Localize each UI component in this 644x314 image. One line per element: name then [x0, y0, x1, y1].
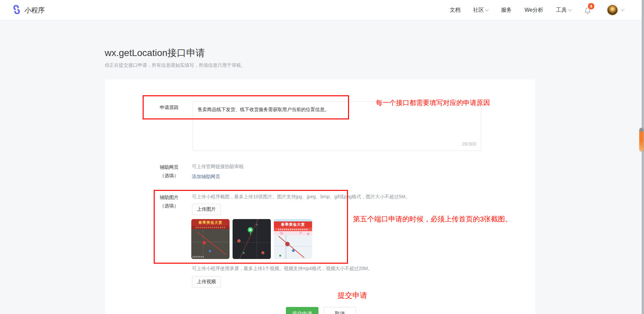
- webpage-hint: 可上传官网链接协助审核: [192, 164, 244, 170]
- thumb1-route-line: [197, 232, 227, 255]
- add-webpage-link[interactable]: 添加辅助网页: [192, 174, 220, 180]
- top-header: 小程序 文档 社区 服务 We分析 工具: [0, 0, 644, 20]
- images-optional-text: （选填）: [158, 202, 180, 210]
- scroll-indicator-orange[interactable]: [639, 128, 643, 151]
- thumb1-marker-red: [202, 241, 206, 245]
- video-hint: 可上传小程序使用录屏，最多上传1个视频。视频支持mp4格式，视频大小不超过20M…: [192, 266, 373, 272]
- nav-item-community[interactable]: 社区: [473, 7, 488, 14]
- screenshot-thumbnail-3[interactable]: 春季美妆大赏: [274, 219, 312, 259]
- miniprogram-logo-icon: [12, 5, 21, 15]
- webpage-optional-text: （选填）: [158, 171, 180, 180]
- webpage-label-text: 辅助网页: [158, 163, 180, 171]
- nav-item-services[interactable]: 服务: [501, 7, 512, 14]
- nav-we-analytics-label: We分析: [525, 7, 543, 14]
- top-nav: 文档 社区 服务 We分析 工具 4: [450, 0, 624, 20]
- page-canvas: 小程序 文档 社区 服务 We分析 工具: [0, 0, 644, 314]
- nav-item-we-analytics[interactable]: We分析: [525, 7, 543, 14]
- notification-bell[interactable]: 4: [584, 5, 594, 15]
- nav-docs-label: 文档: [450, 7, 460, 14]
- images-label: 辅助图片 （选填）: [158, 193, 180, 210]
- chevron-down-icon: [485, 7, 489, 11]
- thumb2-marker-green-small: [243, 252, 245, 254]
- reason-label-text: 申请原因: [160, 105, 179, 110]
- logo-label: 小程序: [24, 6, 45, 15]
- account-menu[interactable]: [607, 4, 624, 16]
- nav-community-label: 社区: [473, 7, 484, 14]
- thumb1-subbanner: [191, 226, 230, 229]
- chevron-down-icon: [621, 7, 624, 11]
- thumb2-marker-red-2: [261, 251, 264, 254]
- annotation-reason-note: 每一个接口都需要填写对应的申请原因: [376, 98, 490, 107]
- reason-char-counter: 28/300: [462, 141, 476, 147]
- screenshot-thumbnail-1[interactable]: 春季美妆大赏: [191, 219, 230, 259]
- scrollbar[interactable]: [642, 0, 644, 314]
- thumb3-marker-green: [279, 255, 281, 257]
- notification-badge: 4: [588, 3, 595, 10]
- screenshot-thumbnail-2[interactable]: [233, 219, 271, 259]
- nav-tools-label: 工具: [556, 7, 567, 14]
- thumb1-map: [191, 229, 230, 259]
- upload-image-button[interactable]: 上传图片: [192, 204, 221, 215]
- thumb3-route-line: [278, 236, 304, 258]
- thumb3-marker-blue: [292, 249, 295, 252]
- thumb3-sky: [274, 219, 312, 221]
- webpage-label: 辅助网页 （选填）: [158, 163, 180, 180]
- images-hint: 可上传小程序截图，最多上传10张图片。图片支持jpg、jpeg、bmp、gif或…: [192, 194, 410, 200]
- thumb3-marker-red: [285, 242, 290, 246]
- avatar: [607, 4, 618, 16]
- reason-textarea-wrap: 售卖商品线下发货、线下收货服务需获取用户当前的位置信息。 28/300: [193, 101, 481, 151]
- reason-label: 申请原因: [158, 103, 180, 112]
- submit-button[interactable]: 提交申请: [286, 307, 318, 314]
- thumb2-marker-red-1: [237, 239, 241, 243]
- upload-video-button[interactable]: 上传视频: [192, 276, 221, 287]
- thumb2-marker-gray: [256, 224, 258, 225]
- nav-item-docs[interactable]: 文档: [450, 7, 460, 14]
- thumb2-map: [233, 219, 271, 259]
- images-label-text: 辅助图片: [158, 193, 180, 202]
- nav-item-tools[interactable]: 工具: [556, 7, 571, 14]
- reason-textarea[interactable]: 售卖商品线下发货、线下收货服务需获取用户当前的位置信息。: [193, 102, 481, 151]
- thumb3-banner: 春季美妆大赏: [274, 221, 312, 228]
- cancel-button[interactable]: 取消: [324, 307, 356, 314]
- miniprogram-logo[interactable]: 小程序: [12, 0, 45, 20]
- nav-services-label: 服务: [501, 7, 512, 14]
- thumb3-subbanner: [274, 228, 312, 231]
- thumb1-watermark: [193, 256, 204, 258]
- chevron-down-icon: [568, 7, 572, 11]
- annotation-images-note: 第五个端口申请的时候，必须上传首页的3张截图。: [353, 214, 512, 224]
- annotation-submit-note: 提交申请: [338, 291, 367, 301]
- thumb2-location-pin: [248, 227, 253, 232]
- page-title: wx.getLocation接口申请: [105, 47, 205, 59]
- thumb3-blossoms: [274, 231, 312, 235]
- thumb2-pin-stem: [250, 232, 251, 235]
- thumb3-map: [274, 235, 312, 259]
- thumb1-banner: 春季美妆大赏: [191, 219, 230, 226]
- page-subtitle: 你正在提交接口申请，所有信息请如实填写，所填信息只用于审核。: [105, 62, 246, 68]
- thumb1-marker-blue: [209, 250, 211, 252]
